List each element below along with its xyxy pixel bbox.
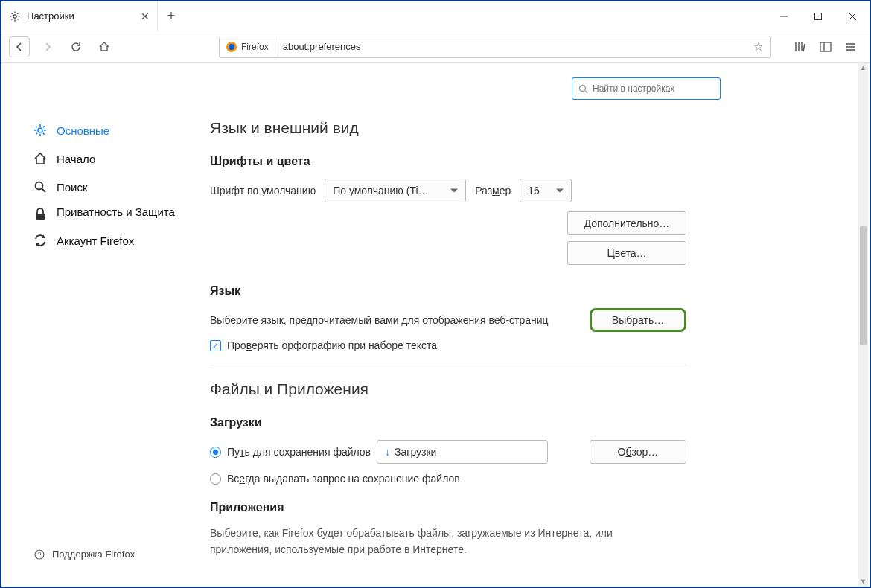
colors-button[interactable]: Цвета… — [567, 241, 686, 265]
sidebar-item-home[interactable]: Начало — [27, 144, 195, 173]
back-button[interactable] — [9, 36, 30, 57]
browse-button[interactable]: Обзор… — [590, 440, 686, 464]
section-title-files: Файлы и Приложения — [210, 380, 840, 398]
fonts-heading: Шрифты и цвета — [210, 155, 840, 168]
identity-label: Firefox — [241, 42, 269, 52]
svg-point-18 — [580, 85, 586, 91]
tab-title: Настройки — [27, 10, 130, 22]
search-icon — [578, 84, 588, 94]
apps-desc: Выберите, как Firefox будет обрабатывать… — [210, 525, 671, 558]
scrollbar[interactable]: ▲ ▼ — [858, 63, 868, 587]
window-controls — [767, 1, 870, 31]
svg-line-14 — [42, 189, 45, 192]
sidebar-item-account[interactable]: Аккаунт Firefox — [27, 226, 195, 255]
font-size-select[interactable]: 16 — [520, 179, 572, 202]
menu-icon[interactable] — [843, 39, 859, 55]
help-icon: ? — [34, 549, 45, 560]
lock-icon — [33, 207, 48, 222]
spellcheck-label: Проверять орфографию при наборе текста — [227, 339, 437, 351]
sidebar-label: Основные — [57, 124, 109, 137]
sidebar-item-general[interactable]: Основные — [27, 116, 195, 144]
scroll-up-icon[interactable]: ▲ — [858, 63, 868, 73]
radio-save-label: Путь для сохранения файлов — [227, 446, 371, 458]
default-font-select[interactable]: По умолчанию (Ti… — [325, 179, 466, 202]
svg-point-6 — [229, 43, 234, 49]
download-path-field[interactable]: ↓ Загрузки — [377, 440, 548, 464]
divider — [210, 365, 686, 365]
scroll-down-icon[interactable]: ▼ — [858, 576, 868, 587]
sidebar-label: Приватность и Защита — [57, 205, 175, 218]
language-desc: Выберите язык, предпочитаемый вами для о… — [210, 314, 581, 326]
maximize-button[interactable] — [801, 1, 835, 31]
sidebar-toggle-icon[interactable] — [817, 39, 834, 55]
library-icon[interactable] — [792, 39, 808, 55]
svg-line-19 — [585, 91, 587, 93]
choose-language-button[interactable]: Выбрать… — [590, 308, 686, 332]
size-label: Размер — [475, 185, 511, 196]
home-button[interactable] — [94, 36, 115, 57]
support-label: Поддержка Firefox — [52, 549, 135, 560]
titlebar: Настройки ✕ + — [1, 1, 870, 31]
svg-point-13 — [36, 182, 43, 190]
close-window-button[interactable] — [835, 1, 870, 31]
radio-always-ask[interactable] — [210, 473, 221, 485]
download-arrow-icon: ↓ — [385, 446, 390, 458]
sidebar: Основные Начало Поиск Приватность и Защи… — [1, 63, 195, 587]
sidebar-label: Поиск — [57, 181, 88, 194]
sidebar-label: Начало — [57, 153, 95, 165]
apps-heading: Приложения — [210, 501, 840, 514]
tabs-region: Настройки ✕ + — [1, 1, 767, 31]
bookmark-star-icon[interactable]: ☆ — [746, 40, 770, 54]
section-title-language: Язык и внешний вид — [210, 119, 840, 137]
gear-icon — [9, 10, 21, 22]
svg-rect-7 — [820, 42, 831, 51]
download-path-value: Загрузки — [395, 446, 436, 458]
minimize-button[interactable] — [767, 1, 801, 31]
svg-point-0 — [13, 14, 16, 17]
language-heading: Язык — [210, 284, 840, 298]
svg-text:?: ? — [37, 551, 41, 558]
navbar: Firefox about:preferences ☆ — [1, 31, 870, 63]
sidebar-item-search[interactable]: Поиск — [27, 173, 195, 201]
spellcheck-checkbox[interactable]: ✓ — [210, 340, 221, 351]
sync-icon — [33, 233, 48, 248]
spellcheck-row[interactable]: ✓ Проверять орфографию при наборе текста — [210, 339, 840, 351]
firefox-icon — [226, 41, 237, 53]
scroll-thumb[interactable] — [860, 226, 867, 345]
search-icon — [33, 179, 48, 194]
default-font-label: Шрифт по умолчанию — [210, 185, 316, 196]
radio-ask-label: Всегда выдавать запрос на сохранение фай… — [227, 473, 460, 485]
sidebar-item-privacy[interactable]: Приватность и Защита — [27, 201, 195, 226]
svg-rect-15 — [36, 214, 45, 220]
support-link[interactable]: ? Поддержка Firefox — [34, 549, 135, 560]
url-text: about:preferences — [275, 41, 746, 52]
home-icon — [33, 151, 48, 166]
settings-search-input[interactable] — [593, 83, 714, 94]
new-tab-button[interactable]: + — [158, 1, 185, 31]
address-bar[interactable]: Firefox about:preferences ☆ — [219, 36, 771, 58]
radio-save-to[interactable] — [210, 447, 221, 458]
identity-box[interactable]: Firefox — [220, 36, 275, 57]
reload-button[interactable] — [66, 36, 86, 57]
tab-close-icon[interactable]: ✕ — [141, 10, 150, 22]
forward-button[interactable] — [37, 36, 58, 57]
main-pane: Язык и внешний вид Шрифты и цвета Шрифт … — [195, 63, 870, 587]
advanced-fonts-button[interactable]: Дополнительно… — [567, 211, 686, 235]
sidebar-label: Аккаунт Firefox — [57, 234, 134, 247]
svg-point-12 — [38, 128, 42, 132]
gear-icon — [33, 123, 48, 138]
svg-rect-2 — [815, 13, 822, 19]
browser-tab[interactable]: Настройки ✕ — [1, 1, 158, 31]
settings-search[interactable] — [572, 77, 721, 100]
downloads-heading: Загрузки — [210, 416, 840, 429]
